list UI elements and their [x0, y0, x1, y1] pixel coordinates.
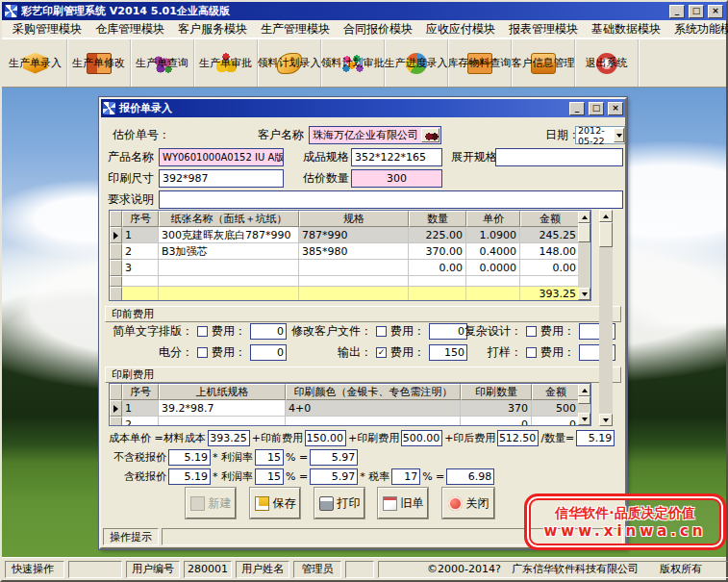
summary-tax-line: 含税报价 5.19 * 利润率 15 % = 5.97 * 税率 17 % = … — [109, 468, 494, 485]
profit-rate-field[interactable]: 15 — [255, 449, 284, 466]
color-separation-fee-input[interactable]: 0 — [250, 344, 287, 361]
paper-table-row[interactable]: 1 300克建晖灰底白787*990 787*990 225.00 1.0900… — [110, 227, 590, 243]
menu-item-base-data[interactable]: 基础数据模块 — [585, 20, 667, 38]
arrow-up-icon — [582, 386, 588, 392]
toolbar-inventory-material-query[interactable]: 库存物料查询 — [448, 39, 512, 87]
toolbar-material-plan-entry[interactable]: 领料计划录入 — [258, 39, 321, 87]
final-price-field[interactable]: 6.98 — [446, 468, 494, 485]
paper-table-row[interactable]: 2 B3加强芯 385*980 370.00 0.4000 148.00 — [110, 243, 590, 260]
unit-cost-field[interactable]: 5.19 — [576, 430, 615, 446]
scroll-thumb[interactable] — [578, 223, 590, 242]
menu-item-report[interactable]: 报表管理模块 — [502, 20, 585, 38]
customer-lookup-button[interactable] — [421, 128, 439, 142]
menu-item-quotation[interactable]: 合同报价模块 — [337, 20, 419, 38]
dialog-minimize-button[interactable]: _ — [569, 102, 585, 115]
material-cost-field[interactable]: 393.25 — [208, 430, 250, 446]
scroll-down-button[interactable] — [578, 288, 590, 300]
toolbar-production-order-entry[interactable]: 生产单录入 — [4, 39, 67, 87]
minimize-button[interactable]: _ — [669, 5, 685, 18]
scroll-up-button[interactable] — [578, 384, 590, 396]
maximize-button[interactable]: □ — [689, 5, 704, 18]
dialog-content-scrollbar[interactable] — [599, 210, 613, 426]
user-name-label: 用户姓名 — [236, 561, 289, 578]
dialog-close-button[interactable]: × — [608, 102, 623, 115]
printing-table-row[interactable]: 1 39.2*98.7 4+0 370 500 — [110, 400, 590, 417]
postpress-fee-field[interactable]: 512.50 — [497, 430, 539, 446]
typeset-fee-input[interactable]: 0 — [250, 323, 287, 340]
finished-spec-input[interactable]: 352*122*165 — [351, 148, 442, 166]
product-input[interactable]: WY0601000A0152 IU A版 — [159, 148, 284, 166]
toolbar-customer-info-manage[interactable]: 客户信息管理 — [512, 39, 575, 87]
menu-item-production[interactable]: 生产管理模块 — [254, 20, 337, 38]
color-separation-checkbox[interactable] — [197, 347, 208, 358]
old-document-icon — [383, 496, 397, 511]
menu-item-receivable-payable[interactable]: 应收应付模块 — [419, 20, 502, 38]
paper-table-row[interactable]: 3 0.00 0.0000 0.00 — [110, 260, 590, 276]
menu-item-warehouse[interactable]: 仓库管理模块 — [88, 20, 171, 38]
arrow-down-icon — [603, 418, 609, 425]
date-dropdown-button[interactable] — [614, 128, 624, 142]
toolbar-production-order-query[interactable]: 生产单查询 — [131, 39, 194, 87]
arrow-down-icon — [582, 292, 588, 299]
print-size-input[interactable]: 392*987 — [159, 169, 284, 188]
tax-result-field[interactable]: 5.97 — [310, 468, 358, 485]
toolbar-exit-system[interactable]: 退出系统 — [575, 39, 639, 87]
typeset-checkbox[interactable] — [197, 326, 208, 337]
scroll-thumb[interactable] — [599, 222, 613, 247]
printing-fee-field[interactable]: 500.00 — [401, 430, 442, 446]
scroll-thumb[interactable] — [578, 396, 590, 404]
close-button[interactable]: × — [708, 5, 723, 18]
paper-table-scrollbar[interactable] — [578, 211, 590, 300]
no-tax-price-field[interactable]: 5.19 — [168, 449, 211, 466]
toolbar-production-order-approve[interactable]: 生产单审批 — [194, 39, 258, 87]
arrow-up-icon — [603, 212, 609, 218]
no-tax-label: 不含税报价 — [109, 450, 166, 465]
no-tax-result-field[interactable]: 5.97 — [310, 449, 358, 466]
scroll-up-button[interactable] — [599, 210, 613, 222]
save-floppy-icon — [255, 496, 269, 511]
date-combobox[interactable]: 2012-05-22 — [575, 126, 625, 144]
prepress-fee-field[interactable]: 150.00 — [305, 430, 346, 446]
modify-file-checkbox[interactable] — [376, 326, 387, 337]
new-icon — [190, 496, 205, 511]
toolbar-production-order-edit[interactable]: 生产单修改 — [67, 39, 131, 87]
menu-item-customer-service[interactable]: 客户服务模块 — [171, 20, 254, 38]
printing-table-header: 序号 上机纸规格 印刷颜色（金银卡、专色需注明） 印刷数量 金额 — [110, 384, 590, 400]
prepress-item-output: 输出： ✓ 费用： 150 — [286, 343, 467, 362]
printing-table-row[interactable]: 2 0 0 — [110, 417, 590, 426]
note-input[interactable] — [159, 190, 623, 209]
dialog-maximize-button[interactable]: □ — [589, 102, 604, 115]
toolbar: 生产单录入 生产单修改 生产单查询 生产单审批 领料计划录入 领料计划审批 生产… — [2, 38, 726, 88]
menu-item-system[interactable]: 系统功能模块 — [667, 20, 728, 38]
toolbar-production-progress-entry[interactable]: 生产进度录入 — [385, 39, 448, 87]
tax-rate-field[interactable]: 17 — [391, 468, 420, 485]
operation-hint-label: 操作提示 — [103, 528, 159, 545]
profit-rate-field2[interactable]: 15 — [255, 468, 284, 485]
quick-action-label: 快速操作 — [5, 561, 64, 578]
output-checkbox[interactable]: ✓ — [376, 347, 387, 358]
printer-icon — [319, 496, 334, 511]
menu-item-purchase[interactable]: 采购管理模块 — [6, 20, 88, 38]
scroll-up-button[interactable] — [578, 211, 590, 223]
scroll-down-button[interactable] — [599, 414, 613, 426]
main-statusbar: 快速操作 用户编号 280001 用户姓名 管理员 ©2000-2014? 广东… — [2, 557, 726, 580]
prepress-item-typeset: 简单文字排版： 费用： 0 — [109, 322, 287, 341]
close-dialog-button[interactable]: 关闭 — [442, 488, 494, 519]
complex-design-checkbox[interactable] — [526, 326, 537, 337]
user-name-value: 管理员 — [293, 561, 341, 578]
col-header-no: 序号 — [122, 211, 159, 227]
old-order-button[interactable]: 旧单 — [378, 488, 428, 519]
print-button[interactable]: 打印 — [314, 488, 364, 519]
tax-price-field[interactable]: 5.19 — [168, 468, 211, 485]
save-button[interactable]: 保存 — [250, 488, 300, 519]
printing-table-scrollbar[interactable] — [578, 384, 590, 425]
expand-spec-input[interactable] — [495, 148, 623, 166]
dialog-icon — [103, 102, 115, 114]
scroll-down-button[interactable] — [578, 413, 590, 425]
toolbar-material-plan-approve[interactable]: 领料计划审批 — [321, 39, 385, 87]
customer-input[interactable]: 珠海万亿企业有限公司 — [309, 126, 441, 144]
proof-checkbox[interactable] — [526, 347, 537, 358]
estimate-qty-input[interactable]: 300 — [351, 169, 442, 188]
prepress-item-proof: 打样： 费用： 0 — [455, 343, 615, 362]
paper-table-row[interactable] — [110, 276, 590, 287]
